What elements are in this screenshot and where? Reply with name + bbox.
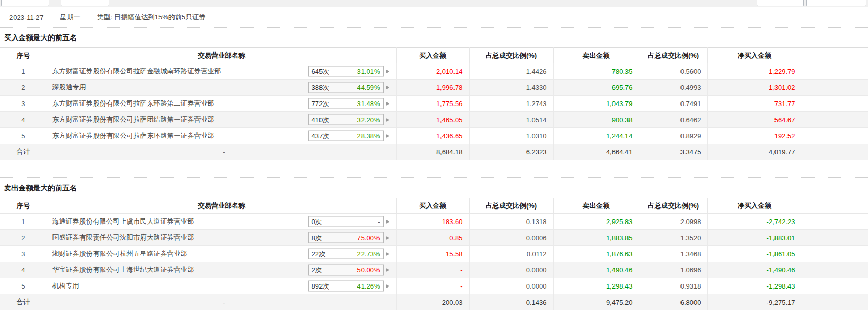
sell-ratio-cell: 3.3475 <box>639 144 707 160</box>
top-input-right-1[interactable] <box>757 0 804 6</box>
col-header-empty <box>802 198 868 214</box>
table-row: 3 湘财证券股份有限公司杭州五星路证券营业部 22次 22.73% 15.58 … <box>0 246 868 262</box>
sell-ratio-cell: 6.8000 <box>639 294 707 310</box>
table-row: 5 机构专用 892次 41.26% - 0.0000 1,298.43 0.9… <box>0 278 868 294</box>
broker-name-cell: 东方财富证券股份有限公司拉萨金融城南环路证券营业部 645次 31.01% <box>47 63 396 80</box>
times-percent: 22.73% <box>357 250 380 258</box>
buy-amount-cell: 1,775.56 <box>396 96 469 112</box>
times-percent: 44.59% <box>357 84 380 92</box>
table-row: 4 东方财富证券股份有限公司拉萨团结路第一证券营业部 410次 32.20% 1… <box>0 112 868 128</box>
times-detail-button[interactable]: 0次 - <box>308 216 384 227</box>
expand-arrow-icon[interactable] <box>386 134 389 138</box>
times-percent: 50.00% <box>357 266 380 274</box>
times-detail-button[interactable]: 410次 32.20% <box>308 114 384 125</box>
buy-amount-cell: - <box>396 262 469 278</box>
times-count: 437次 <box>312 131 330 140</box>
spacer-cell <box>802 144 868 160</box>
expand-arrow-icon[interactable] <box>386 252 389 256</box>
broker-name-cell: 海通证券股份有限公司上虞市民大道证券营业部 0次 - <box>47 214 396 230</box>
buy-amount-cell: 1,465.05 <box>396 112 469 128</box>
times-percent: 31.01% <box>357 68 380 75</box>
expand-arrow-icon[interactable] <box>386 268 389 272</box>
times-percent: 41.26% <box>357 282 380 290</box>
sell-ratio-cell: 0.7491 <box>639 96 707 112</box>
top-input-right-2[interactable] <box>806 0 866 6</box>
table-row: 1 海通证券股份有限公司上虞市民大道证券营业部 0次 - 183.60 0.13… <box>0 214 868 230</box>
sell-amount-cell: 695.76 <box>553 80 639 96</box>
net-buy-cell: -9,275.17 <box>707 294 802 310</box>
broker-name: 东方财富证券股份有限公司拉萨东环路第二证券营业部 <box>52 99 215 107</box>
buy-amount-cell: 0.85 <box>396 230 469 246</box>
sell-amount-cell: 9,475.20 <box>553 294 639 310</box>
expand-arrow-icon[interactable] <box>386 85 389 89</box>
times-detail-button[interactable]: 388次 44.59% <box>308 82 384 93</box>
col-header-sell-ratio: 占总成交比例(%) <box>639 48 707 63</box>
sell-ratio-cell: 2.0998 <box>639 214 707 230</box>
times-count: 0次 <box>312 217 322 226</box>
sell-ratio-cell: 0.4993 <box>639 80 707 96</box>
type-label: 类型: 日振幅值达到15%的前5只证券 <box>97 12 206 22</box>
buy-amount-cell: 1,996.78 <box>396 80 469 96</box>
buy-amount-cell: 15.58 <box>396 246 469 262</box>
buy-ratio-cell: 0.0112 <box>469 246 553 262</box>
table-row: 1 东方财富证券股份有限公司拉萨金融城南环路证券营业部 645次 31.01% … <box>0 63 868 80</box>
times-detail-button[interactable]: 892次 41.26% <box>308 281 384 292</box>
top-input-left-1[interactable] <box>1 0 49 6</box>
broker-name: 深股通专用 <box>52 83 86 91</box>
broker-name-cell: 东方财富证券股份有限公司拉萨团结路第一证券营业部 410次 32.20% <box>47 112 396 128</box>
buy-top5-table: 序号 交易营业部名称 买入金额 占总成交比例(%) 卖出金额 占总成交比例(%)… <box>0 47 868 160</box>
net-buy-cell: 1,301.02 <box>707 80 802 96</box>
col-header-buy-ratio: 占总成交比例(%) <box>469 198 553 214</box>
table-row: 2 深股通专用 388次 44.59% 1,996.78 1.4330 695.… <box>0 80 868 96</box>
broker-name-cell: 东方财富证券股份有限公司拉萨东环路第一证券营业部 437次 28.38% <box>47 128 396 144</box>
sell-amount-cell: 1,043.79 <box>553 96 639 112</box>
expand-arrow-icon[interactable] <box>386 284 389 288</box>
expand-arrow-icon[interactable] <box>386 236 389 240</box>
row-index: 1 <box>0 63 47 80</box>
net-buy-cell: 564.67 <box>707 112 802 128</box>
times-detail-button[interactable]: 22次 22.73% <box>308 249 384 259</box>
row-index: 3 <box>0 96 47 112</box>
times-detail-button[interactable]: 772次 31.48% <box>308 98 384 109</box>
table-header-row: 序号 交易营业部名称 买入金额 占总成交比例(%) 卖出金额 占总成交比例(%)… <box>0 198 868 214</box>
buy-ratio-cell: 0.0000 <box>469 262 553 278</box>
section-gap <box>0 160 868 177</box>
col-header-index: 序号 <box>0 198 47 214</box>
col-header-sell-ratio: 占总成交比例(%) <box>639 198 707 214</box>
spacer-cell <box>802 278 868 294</box>
net-buy-cell: -1,861.05 <box>707 246 802 262</box>
expand-arrow-icon[interactable] <box>386 219 389 224</box>
sell-amount-cell: 4,664.41 <box>553 144 639 160</box>
date-label: 2023-11-27 <box>9 14 44 21</box>
buy-section-title: 买入金额最大的前五名 <box>0 28 868 47</box>
expand-arrow-icon[interactable] <box>386 118 389 122</box>
total-row: 合计 - 200.03 0.1436 9,475.20 6.8000 -9,27… <box>0 294 868 310</box>
times-percent: 31.48% <box>357 100 380 108</box>
times-detail-button[interactable]: 645次 31.01% <box>308 66 384 77</box>
times-count: 645次 <box>312 67 330 76</box>
broker-name: 国盛证券有限责任公司沈阳市府大路证券营业部 <box>52 233 194 241</box>
buy-amount-cell: 183.60 <box>396 214 469 230</box>
net-buy-cell: -2,742.23 <box>707 214 802 230</box>
sell-amount-cell: 1,490.46 <box>553 262 639 278</box>
expand-arrow-icon[interactable] <box>386 69 389 73</box>
sell-ratio-cell: 0.8929 <box>639 128 707 144</box>
times-detail-button[interactable]: 2次 50.00% <box>308 265 384 276</box>
broker-name: 东方财富证券股份有限公司拉萨团结路第一证券营业部 <box>52 115 215 123</box>
broker-name: 东方财富证券股份有限公司拉萨东环路第一证券营业部 <box>52 132 215 139</box>
col-header-empty <box>802 48 868 63</box>
top-input-left-2[interactable] <box>61 0 109 6</box>
date-bar: 2023-11-27 星期一 类型: 日振幅值达到15%的前5只证券 <box>0 7 868 27</box>
buy-ratio-cell: 1.2743 <box>469 96 553 112</box>
col-header-broker: 交易营业部名称 <box>47 48 396 63</box>
table-header-row: 序号 交易营业部名称 买入金额 占总成交比例(%) 卖出金额 占总成交比例(%)… <box>0 48 868 63</box>
buy-amount-cell: 8,684.18 <box>396 144 469 160</box>
col-header-sell: 卖出金额 <box>553 48 639 63</box>
net-buy-cell: -1,298.43 <box>707 278 802 294</box>
times-percent: 32.20% <box>357 116 380 124</box>
times-detail-button[interactable]: 8次 75.00% <box>308 232 384 243</box>
col-header-net: 净买入金额 <box>707 198 802 214</box>
expand-arrow-icon[interactable] <box>386 101 389 106</box>
col-header-buy: 买入金额 <box>396 198 469 214</box>
times-detail-button[interactable]: 437次 28.38% <box>308 131 384 141</box>
